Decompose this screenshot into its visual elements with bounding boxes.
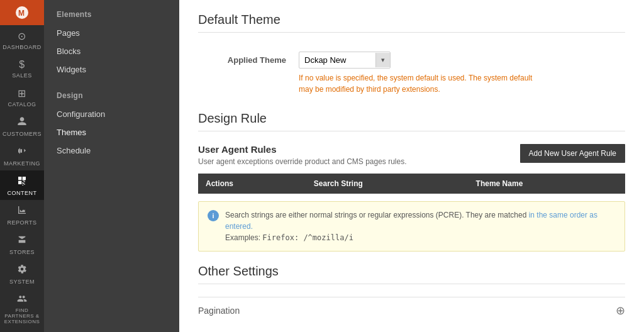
- svg-text:M: M: [18, 9, 25, 18]
- user-agent-desc: User agent exceptions override product a…: [198, 157, 407, 166]
- section-divider-2: [198, 131, 625, 131]
- other-settings-title: Other Settings: [198, 264, 625, 279]
- pagination-row: Pagination ⊕: [198, 297, 625, 324]
- sidebar-item-widgets[interactable]: Widgets: [44, 60, 179, 79]
- table-header-row: Actions Search String Theme Name: [198, 174, 625, 194]
- logo-icon: M: [14, 5, 30, 20]
- sidebar-item-label: Catalog: [8, 101, 36, 108]
- user-agent-title: User Agent Rules: [198, 144, 407, 155]
- sub-sidebar: Elements Pages Blocks Widgets Design Con…: [44, 0, 179, 332]
- sidebar-item-stores[interactable]: Stores: [0, 230, 44, 259]
- sidebar-item-label: Customers: [3, 131, 42, 137]
- other-settings-section: Other Settings Pagination ⊕: [198, 264, 625, 324]
- section-divider-3: [198, 284, 625, 284]
- dashboard-icon: ⊙: [18, 30, 26, 42]
- sidebar-item-blocks[interactable]: Blocks: [44, 42, 179, 60]
- applied-theme-row: Applied Theme Dckap NewMagento (Default)…: [198, 45, 625, 101]
- section-divider-1: [198, 32, 625, 33]
- col-search-string: Search String: [306, 174, 469, 194]
- sidebar-item-pages[interactable]: Pages: [44, 24, 179, 42]
- logo: M: [0, 0, 44, 25]
- sidebar-item-label: Marketing: [4, 160, 40, 167]
- sidebar-item-system[interactable]: System: [0, 259, 44, 289]
- expand-icon[interactable]: ⊕: [616, 304, 625, 318]
- marketing-icon: [17, 146, 27, 158]
- sidebar-item-label: Reports: [8, 219, 37, 226]
- sidebar-item-label: System: [9, 279, 35, 285]
- sidebar-item-label: Content: [8, 190, 37, 196]
- info-box: i Search strings are either normal strin…: [198, 201, 625, 252]
- content-icon: [17, 175, 27, 188]
- sidebar-item-label: Sales: [12, 72, 32, 79]
- sales-icon: $: [19, 59, 25, 70]
- rules-table: Actions Search String Theme Name: [198, 174, 625, 194]
- info-text: Search strings are either normal strings…: [225, 209, 616, 243]
- info-icon: i: [208, 210, 219, 221]
- theme-select[interactable]: Dckap NewMagento (Default)Blank: [299, 52, 375, 68]
- example-code: Firefox: /^mozilla/i: [262, 233, 353, 242]
- default-theme-title: Default Theme: [198, 13, 625, 27]
- applied-theme-help: If no value is specified, the system def…: [299, 72, 538, 95]
- partners-icon: [17, 294, 27, 306]
- sidebar-item-schedule[interactable]: Schedule: [44, 141, 179, 160]
- sidebar-item-customers[interactable]: Customers: [0, 111, 44, 141]
- sidebar-item-marketing[interactable]: Marketing: [0, 141, 44, 170]
- sidebar-item-configuration[interactable]: Configuration: [44, 105, 179, 123]
- highlight-text: in the same order as entered.: [225, 211, 597, 231]
- add-user-agent-rule-button[interactable]: Add New User Agent Rule: [520, 144, 625, 163]
- sidebar-item-label: Dashboard: [3, 44, 42, 50]
- applied-theme-field: Dckap NewMagento (Default)Blank ▾ If no …: [299, 52, 625, 95]
- main-content: Default Theme Applied Theme Dckap NewMag…: [179, 0, 644, 332]
- catalog-icon: ⊞: [18, 87, 26, 99]
- sidebar-item-themes[interactable]: Themes: [44, 123, 179, 141]
- sidebar-item-sales[interactable]: $ Sales: [0, 54, 44, 82]
- user-agent-rules: User Agent Rules User agent exceptions o…: [198, 144, 625, 252]
- sidebar-item-label: Stores: [9, 249, 35, 255]
- system-icon: [17, 264, 27, 277]
- theme-select-wrapper[interactable]: Dckap NewMagento (Default)Blank ▾: [299, 52, 391, 69]
- sidebar-item-partners[interactable]: Find Partners & Extensions: [0, 289, 44, 327]
- customers-icon: [17, 116, 27, 129]
- stores-icon: [17, 235, 27, 247]
- sidebar-item-content[interactable]: Content: [0, 170, 44, 200]
- user-agent-text: User Agent Rules User agent exceptions o…: [198, 144, 407, 166]
- design-rule-title: Design Rule: [198, 111, 625, 126]
- col-theme-name: Theme Name: [469, 174, 625, 194]
- user-agent-header: User Agent Rules User agent exceptions o…: [198, 144, 625, 166]
- reports-icon: [17, 205, 27, 218]
- sidebar: M ⊙ Dashboard $ Sales ⊞ Catalog Customer…: [0, 0, 44, 332]
- select-dropdown-button[interactable]: ▾: [375, 53, 390, 67]
- design-rule-section: Design Rule User Agent Rules User agent …: [198, 111, 625, 252]
- sidebar-item-catalog[interactable]: ⊞ Catalog: [0, 82, 44, 111]
- sub-sidebar-elements: Elements Pages Blocks Widgets: [44, 10, 179, 79]
- sub-sidebar-design: Design Configuration Themes Schedule: [44, 91, 179, 160]
- sidebar-item-label: Find Partners & Extensions: [3, 308, 42, 324]
- pagination-label: Pagination: [198, 306, 240, 316]
- sidebar-item-reports[interactable]: Reports: [0, 200, 44, 230]
- applied-theme-label: Applied Theme: [198, 52, 299, 65]
- default-theme-section: Default Theme Applied Theme Dckap NewMag…: [198, 13, 625, 101]
- col-actions: Actions: [198, 174, 306, 194]
- elements-heading: Elements: [44, 10, 179, 24]
- design-heading: Design: [44, 91, 179, 105]
- sidebar-item-dashboard[interactable]: ⊙ Dashboard: [0, 25, 44, 54]
